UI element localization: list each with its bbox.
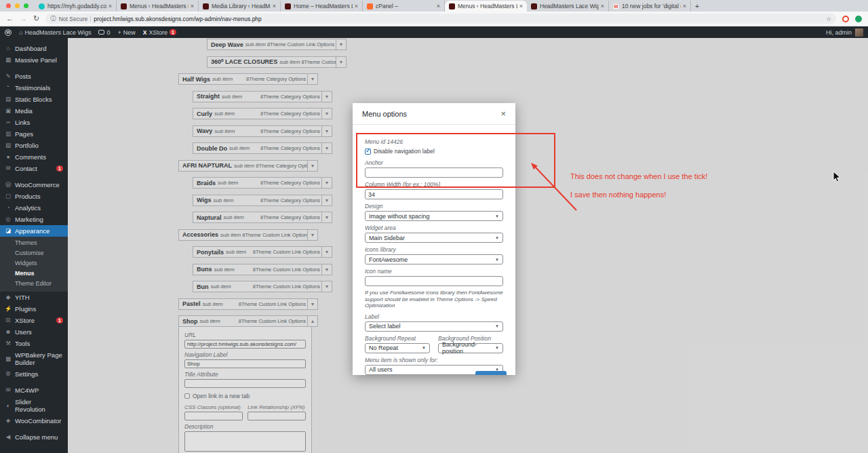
icon-name-input[interactable] [365, 276, 503, 286]
background-repeat-value: No Repeat [369, 344, 398, 351]
slider-revolution-icon: ◐ [5, 402, 12, 410]
home-icon: ⌂ [19, 29, 22, 36]
submenu-item-menus[interactable]: Menus [0, 269, 68, 279]
xstore-menu[interactable]: X XStore 1 [143, 29, 176, 36]
sidebar-item-xstore[interactable]: ☒XStore1 [0, 315, 68, 326]
browser-tab-menus-headmasters-lace-w[interactable]: Menus ‹ HeadMasters Lace W× [117, 1, 199, 12]
label-select[interactable]: Select label▼ [365, 321, 503, 332]
sidebar-item-collapse-menu[interactable]: ◀Collapse menu [0, 431, 68, 443]
sidebar-item-portfolio[interactable]: ▧Portfolio [0, 140, 68, 151]
back-icon[interactable]: ← [6, 15, 14, 22]
background-position-select[interactable]: Background-position▼ [438, 343, 503, 353]
close-icon[interactable]: × [500, 109, 506, 118]
zoom-window-button[interactable] [24, 3, 28, 8]
new-tab-button[interactable]: + [691, 1, 703, 12]
save-button[interactable] [475, 371, 507, 375]
sidebar-item-links[interactable]: ∞Links [0, 117, 68, 128]
sidebar-item-massive-panel[interactable]: ▦Massive Panel [0, 54, 68, 66]
sidebar-item-tools[interactable]: ⚒Tools [0, 338, 68, 349]
sidebar-item-mc4wp[interactable]: ✉MC4WP [0, 385, 68, 396]
close-window-button[interactable] [6, 3, 11, 8]
annotation-arrow [522, 156, 587, 217]
sidebar-item-users[interactable]: ☻Users [0, 326, 68, 338]
sidebar-item-slider-revolution[interactable]: ◐Slider Revolution [0, 396, 68, 415]
column-width-input[interactable] [365, 189, 503, 199]
wp-logo-menu[interactable]: W [5, 29, 12, 36]
xstore-badge: 1 [170, 29, 176, 35]
site-name-menu[interactable]: ⌂ HeadMasters Lace Wigs [19, 29, 91, 36]
sidebar-item-label: Marketing [15, 216, 63, 223]
design-select[interactable]: Image without spacing▼ [365, 211, 503, 221]
sidebar-item-label: WooCommerce [15, 181, 63, 189]
sidebar-item-yith[interactable]: ◆YITH [0, 292, 68, 303]
extension-icon-red[interactable] [842, 16, 849, 22]
account-greeting[interactable]: Hi, admin [826, 29, 852, 36]
sidebar-item-appearance[interactable]: ◪Appearance [0, 225, 68, 237]
design-value: Image without spacing [369, 213, 430, 220]
pages-icon: ▥ [5, 130, 12, 138]
sidebar-item-testimonials[interactable]: “Testimonials [0, 82, 68, 94]
sidebar-item-dashboard[interactable]: ⌂Dashboard [0, 43, 68, 54]
sidebar-item-contact[interactable]: ✉Contact1 [0, 163, 68, 174]
site-name: HeadMasters Lace Wigs [24, 29, 91, 36]
contact-icon: ✉ [5, 165, 12, 172]
sidebar-item-settings[interactable]: ⚙Settings [0, 368, 68, 380]
window-controls [0, 0, 35, 12]
comments-menu[interactable]: 0 [98, 29, 110, 36]
sidebar-item-analytics[interactable]: ◔Analytics [0, 202, 68, 214]
forward-icon[interactable]: → [20, 15, 27, 22]
links-icon: ∞ [5, 119, 12, 126]
sidebar-item-pages[interactable]: ▥Pages [0, 128, 68, 140]
new-content-menu[interactable]: + New [118, 29, 136, 36]
icon-name-label: Icon name [365, 268, 503, 275]
browser-tab-headmasters-lace-wigs-lac[interactable]: HeadMasters Lace Wigs – Lac× [527, 1, 609, 12]
browser-tab-https-myh-godaddy-com[interactable]: https://myh.godaddy.com/#/...× [35, 1, 117, 12]
submenu-item-customise[interactable]: Customise [0, 248, 68, 258]
icons-library-select[interactable]: FontAwesome▼ [365, 254, 503, 264]
sidebar-item-plugins[interactable]: ⚡Plugins [0, 303, 68, 315]
tab-close-icon[interactable]: × [519, 3, 523, 9]
sidebar-item-label: Tools [15, 340, 63, 347]
user-avatar[interactable] [855, 28, 863, 37]
sidebar-item-static-blocks[interactable]: ▤Static Blocks [0, 94, 68, 105]
sidebar-item-label: Static Blocks [15, 96, 63, 103]
sidebar-item-woocombinator[interactable]: ◈WooCombinator [0, 415, 68, 427]
info-icon[interactable]: ⓘ [50, 15, 56, 23]
widget-area-select[interactable]: Main Sidebar▼ [365, 233, 503, 243]
gmail-favicon: M [613, 3, 619, 9]
sidebar-item-media[interactable]: ▣Media [0, 105, 68, 117]
browser-tab-media-library-headmasters-l[interactable]: Media Library ‹ HeadMasters L× [199, 1, 281, 12]
tab-close-icon[interactable]: × [437, 3, 440, 9]
address-bar[interactable]: ⓘ Not Secure project.hmlwigs.sub.akonsde… [45, 14, 836, 24]
browser-tab-10-new-jobs-for-digital-marketi[interactable]: M10 new jobs for 'digital marketi× [609, 1, 691, 12]
tab-close-icon[interactable]: × [273, 3, 276, 9]
tab-close-icon[interactable]: × [191, 3, 194, 9]
cpanel-favicon [367, 3, 373, 9]
extension-icon-green[interactable] [855, 16, 862, 22]
headmasters-favicon [203, 3, 209, 9]
submenu-item-widgets[interactable]: Widgets [0, 258, 68, 269]
sidebar-item-wpbakery-page-builder[interactable]: ▩WPBakery Page Builder [0, 349, 68, 368]
minimize-window-button[interactable] [15, 3, 20, 8]
submenu-item-themes[interactable]: Themes [0, 238, 68, 248]
sidebar-item-products[interactable]: ▢Products [0, 191, 68, 202]
sidebar-item-label: Appearance [15, 227, 63, 235]
reload-icon[interactable]: ↻ [33, 15, 39, 22]
label-value: Select label [369, 323, 401, 330]
sidebar-item-marketing[interactable]: ◎Marketing [0, 214, 68, 225]
bookmark-star-icon[interactable]: ☆ [826, 16, 831, 22]
tab-close-icon[interactable]: × [355, 3, 358, 9]
sidebar-item-posts[interactable]: ✎Posts [0, 71, 68, 82]
tab-close-icon[interactable]: × [683, 3, 686, 9]
browser-tab-menus-headmasters-lace-w[interactable]: Menus ‹ HeadMasters Lace W× [445, 1, 527, 12]
sidebar-item-woocommerce[interactable]: ⓌWooCommerce [0, 179, 68, 191]
tab-close-icon[interactable]: × [601, 3, 604, 9]
browser-tab-cpanel[interactable]: cPanel –× [363, 1, 445, 12]
yith-icon: ◆ [5, 294, 12, 301]
sidebar-item-comments[interactable]: ●Comments [0, 151, 68, 163]
background-repeat-select[interactable]: No Repeat▼ [365, 343, 430, 353]
browser-tab-home-headmasters-lace-w[interactable]: Home – HeadMasters Lace W× [281, 1, 363, 12]
submenu-item-theme-editor[interactable]: Theme Editor [0, 279, 68, 289]
tab-title: https://myh.godaddy.com/#/... [47, 3, 106, 9]
tab-close-icon[interactable]: × [108, 3, 112, 9]
